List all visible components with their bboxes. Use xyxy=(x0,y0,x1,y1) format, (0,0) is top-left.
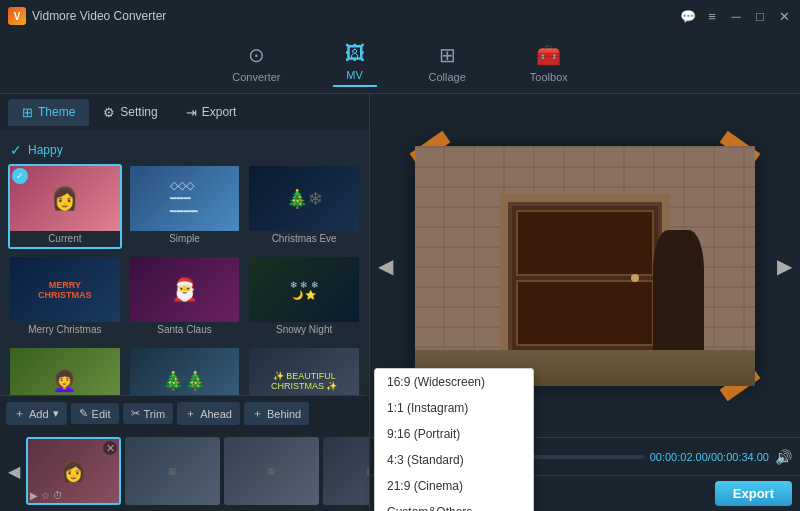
theme-current[interactable]: 👩 ✓ Current xyxy=(8,164,122,249)
edit-button[interactable]: ✎ Edit xyxy=(71,403,119,424)
titlebar-left: V Vidmore Video Converter xyxy=(8,7,166,25)
restore-button[interactable]: □ xyxy=(752,8,768,24)
trim-label: Trim xyxy=(144,408,166,420)
app-logo: V xyxy=(8,7,26,25)
theme-stripes-waves[interactable]: 👩‍🦱 Stripes & Waves xyxy=(8,346,122,395)
happy-section: ✓ Happy xyxy=(8,138,361,164)
add-icon: ＋ xyxy=(14,406,25,421)
film-item-1[interactable]: 👩 ✕ ▶ ☆ ⏱ xyxy=(26,437,121,505)
film-item-2[interactable]: ▦ xyxy=(125,437,220,505)
ratio-option-instagram[interactable]: 1:1 (Instagram) xyxy=(375,395,533,421)
setting-tab-label: Setting xyxy=(120,105,157,119)
behind-button[interactable]: ＋ Behind xyxy=(244,402,309,425)
ahead-icon: ＋ xyxy=(185,406,196,421)
theme-beautiful-christmas[interactable]: ✨ BEAUTIFULCHRISTMAS ✨ Beautiful Christm… xyxy=(247,346,361,395)
ratio-dropdown[interactable]: 16:9 (Widescreen) 1:1 (Instagram) 9:16 (… xyxy=(374,368,534,511)
film-item-4[interactable]: ▦ xyxy=(323,437,369,505)
toolbox-label: Toolbox xyxy=(530,71,568,83)
titlebar: V Vidmore Video Converter 💬 ≡ ─ □ ✕ xyxy=(0,0,800,32)
theme-row-3: 👩‍🦱 Stripes & Waves 🎄🎄 Christmas Tree ✨ … xyxy=(8,346,361,395)
export-button[interactable]: Export xyxy=(715,481,792,506)
menu-button[interactable]: ≡ xyxy=(704,8,720,24)
ahead-button[interactable]: ＋ Ahead xyxy=(177,402,240,425)
film-controls-1: ▶ ☆ ⏱ xyxy=(30,490,63,501)
nav-converter[interactable]: ⊙ Converter xyxy=(220,39,292,87)
film-clock-icon[interactable]: ⏱ xyxy=(53,490,63,501)
nav-mv[interactable]: 🖼 MV xyxy=(333,38,377,87)
ratio-option-widescreen[interactable]: 16:9 (Widescreen) xyxy=(375,369,533,395)
nav-collage[interactable]: ⊞ Collage xyxy=(417,39,478,87)
filmstrip: ◀ 👩 ✕ ▶ ☆ ⏱ ▦ ▦ xyxy=(0,431,369,511)
converter-label: Converter xyxy=(232,71,280,83)
collage-icon: ⊞ xyxy=(439,43,456,67)
theme-row-2: MERRYCHRISTMAS Merry Christmas 🎅 Santa C… xyxy=(8,255,361,340)
theme-tab-label: Theme xyxy=(38,105,75,119)
theme-grid: ✓ Happy 👩 ✓ Current ◇◇◇━━━━━━━ Simple xyxy=(0,130,369,395)
theme-snowy-night[interactable]: ❄ ❄ ❄🌙 ⭐ Snowy Night xyxy=(247,255,361,340)
film-item-3[interactable]: ▦ xyxy=(224,437,319,505)
theme-christmas-eve[interactable]: 🎄❄ Christmas Eve xyxy=(247,164,361,249)
export-tab-label: Export xyxy=(202,105,237,119)
ratio-option-cinema[interactable]: 21:9 (Cinema) xyxy=(375,473,533,499)
time-current: 00:00:02.00 xyxy=(650,451,708,463)
nav-toolbox[interactable]: 🧰 Toolbox xyxy=(518,39,580,87)
left-panel: ⊞ Theme ⚙ Setting ⇥ Export ✓ Happy xyxy=(0,94,370,511)
bottom-toolbar: ＋ Add ▾ ✎ Edit ✂ Trim ＋ Ahead ＋ Behind xyxy=(0,395,369,431)
add-label: Add xyxy=(29,408,49,420)
film-play-icon[interactable]: ▶ xyxy=(30,490,38,501)
titlebar-controls: 💬 ≡ ─ □ ✕ xyxy=(680,8,792,24)
collage-label: Collage xyxy=(429,71,466,83)
theme-name-simple: Simple xyxy=(130,231,240,247)
happy-check: ✓ xyxy=(10,142,22,158)
main-area: ⊞ Theme ⚙ Setting ⇥ Export ✓ Happy xyxy=(0,94,800,511)
export-tab-icon: ⇥ xyxy=(186,105,197,120)
add-button[interactable]: ＋ Add ▾ xyxy=(6,402,67,425)
theme-merry-christmas[interactable]: MERRYCHRISTMAS Merry Christmas xyxy=(8,255,122,340)
mv-label: MV xyxy=(346,69,363,81)
volume-icon[interactable]: 🔊 xyxy=(775,449,792,465)
theme-name-merry-christmas: Merry Christmas xyxy=(10,322,120,338)
tab-theme[interactable]: ⊞ Theme xyxy=(8,99,89,126)
app-title: Vidmore Video Converter xyxy=(32,9,166,23)
setting-tab-icon: ⚙ xyxy=(103,105,115,120)
theme-name-snowy-night: Snowy Night xyxy=(249,322,359,338)
tab-setting[interactable]: ⚙ Setting xyxy=(89,99,171,126)
chat-button[interactable]: 💬 xyxy=(680,8,696,24)
ratio-option-standard[interactable]: 4:3 (Standard) xyxy=(375,447,533,473)
preview-prev-button[interactable]: ◀ xyxy=(378,254,393,278)
selected-indicator: ✓ xyxy=(12,168,28,184)
converter-icon: ⊙ xyxy=(248,43,265,67)
time-total: 00:00:34.00 xyxy=(711,451,769,463)
mv-icon: 🖼 xyxy=(345,42,365,65)
door-knob xyxy=(631,274,639,282)
trim-icon: ✂ xyxy=(131,407,140,420)
trim-button[interactable]: ✂ Trim xyxy=(123,403,174,424)
film-close-1[interactable]: ✕ xyxy=(103,441,117,455)
theme-name-current: Current xyxy=(10,231,120,247)
ahead-label: Ahead xyxy=(200,408,232,420)
right-panel: ◀ xyxy=(370,94,800,511)
happy-label: Happy xyxy=(28,143,63,157)
ratio-option-portrait[interactable]: 9:16 (Portrait) xyxy=(375,421,533,447)
filmstrip-prev[interactable]: ◀ xyxy=(6,462,22,481)
behind-icon: ＋ xyxy=(252,406,263,421)
close-button[interactable]: ✕ xyxy=(776,8,792,24)
tab-export[interactable]: ⇥ Export xyxy=(172,99,251,126)
minimize-button[interactable]: ─ xyxy=(728,8,744,24)
theme-santa-claus[interactable]: 🎅 Santa Claus xyxy=(128,255,242,340)
preview-next-button[interactable]: ▶ xyxy=(777,254,792,278)
theme-christmas-tree[interactable]: 🎄🎄 Christmas Tree xyxy=(128,346,242,395)
preview-image xyxy=(415,146,755,386)
edit-icon: ✎ xyxy=(79,407,88,420)
film-star-icon[interactable]: ☆ xyxy=(41,490,50,501)
add-dropdown-icon: ▾ xyxy=(53,407,59,420)
theme-row-1: 👩 ✓ Current ◇◇◇━━━━━━━ Simple 🎄❄ Christm… xyxy=(8,164,361,249)
ratio-option-custom[interactable]: Custom&Others xyxy=(375,499,533,511)
theme-tab-icon: ⊞ xyxy=(22,105,33,120)
time-display: 00:00:02.00/00:00:34.00 xyxy=(650,451,769,463)
door-frame xyxy=(500,194,670,362)
theme-simple[interactable]: ◇◇◇━━━━━━━ Simple xyxy=(128,164,242,249)
theme-name-christmas-eve: Christmas Eve xyxy=(249,231,359,247)
door-scene xyxy=(415,146,755,386)
edit-label: Edit xyxy=(92,408,111,420)
